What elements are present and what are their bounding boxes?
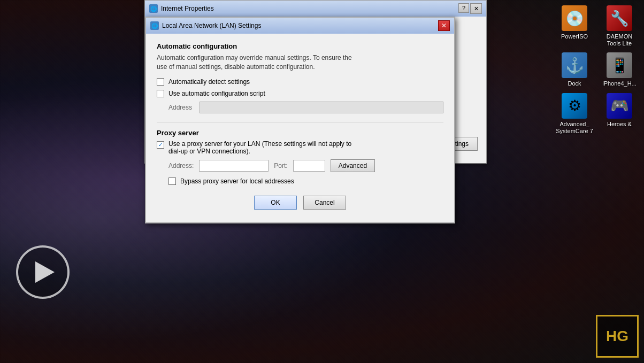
- desktop-icon-daemon[interactable]: 🔧 DAEMON Tools Lite: [600, 5, 639, 47]
- auto-config-header: Automatic configuration: [157, 42, 443, 50]
- ip-close-button[interactable]: ✕: [470, 3, 482, 14]
- advanced-icon: ⚙: [562, 93, 587, 119]
- play-button[interactable]: [16, 245, 70, 299]
- daemon-label: DAEMON Tools Lite: [600, 33, 639, 47]
- proxy-port-input[interactable]: [293, 160, 325, 172]
- dialog-buttons: OK Cancel: [157, 196, 443, 214]
- auto-script-row[interactable]: Use automatic configuration script: [157, 90, 443, 97]
- ip-title-text: Internet Properties: [161, 5, 214, 12]
- advanced-button[interactable]: Advanced: [331, 159, 375, 172]
- powriso-icon: 💿: [562, 5, 587, 31]
- desktop-icon-advanced[interactable]: ⚙ Advanced_ SystemCare 7: [555, 93, 594, 135]
- auto-address-label: Address: [168, 104, 195, 111]
- powriso-label: PowerISO: [561, 33, 588, 40]
- desktop-icon-powriso[interactable]: 💿 PowerISO: [555, 5, 594, 47]
- lan-title-icon: 🌐: [150, 21, 159, 30]
- lan-titlebar-left: 🌐 Local Area Network (LAN) Settings: [150, 21, 261, 30]
- ip-titlebar-left: 🌐 Internet Properties: [149, 4, 214, 13]
- desktop-background: 💿 PowerISO 🔧 DAEMON Tools Lite ⚓ Dock 📱 …: [0, 0, 644, 363]
- auto-address-input[interactable]: [200, 102, 443, 113]
- auto-address-row: Address: [168, 102, 443, 113]
- lan-titlebar: 🌐 Local Area Network (LAN) Settings ✕: [146, 18, 454, 34]
- hg-logo: HG: [596, 315, 639, 358]
- cancel-button[interactable]: Cancel: [303, 196, 346, 210]
- desktop-icon-row-1: 💿 PowerISO 🔧 DAEMON Tools Lite: [555, 5, 639, 47]
- proxy-server-header: Proxy server: [157, 129, 443, 137]
- desktop-icon-heroes[interactable]: 🎮 Heroes &: [600, 93, 639, 135]
- desktop-icon-row-3: ⚙ Advanced_ SystemCare 7 🎮 Heroes &: [555, 93, 639, 135]
- lan-content: Automatic configuration Automatic config…: [146, 34, 454, 222]
- proxy-addr-label: Address:: [168, 162, 194, 169]
- proxy-use-label: Use a proxy server for your LAN (These s…: [168, 140, 351, 155]
- auto-detect-label: Automatically detect settings: [168, 78, 250, 86]
- desktop-icon-iphone4h[interactable]: 📱 iPhone4_H...: [600, 52, 639, 87]
- proxy-use-checkbox[interactable]: [157, 141, 164, 149]
- proxy-use-row[interactable]: Use a proxy server for your LAN (These s…: [157, 140, 443, 155]
- lan-settings-dialog: 🌐 Local Area Network (LAN) Settings ✕ Au…: [145, 17, 455, 223]
- bypass-checkbox[interactable]: [168, 177, 176, 185]
- advanced-label: Advanced_ SystemCare 7: [555, 121, 594, 135]
- lan-title-text: Local Area Network (LAN) Settings: [162, 22, 261, 29]
- proxy-fields-row: Address: Port: Advanced: [168, 159, 443, 172]
- desktop-icon-dock[interactable]: ⚓ Dock: [555, 52, 594, 87]
- internet-properties-window[interactable]: 🌐 Internet Properties ? ✕ Local Area Net…: [144, 0, 487, 164]
- play-triangle-icon: [35, 261, 55, 283]
- ip-titlebar: 🌐 Internet Properties ? ✕: [145, 1, 486, 17]
- desktop-icons-area: 💿 PowerISO 🔧 DAEMON Tools Lite ⚓ Dock 📱 …: [555, 5, 639, 135]
- bypass-label: Bypass proxy server for local addresses: [180, 177, 294, 185]
- proxy-divider: [157, 122, 443, 122]
- iphone4h-icon: 📱: [607, 52, 632, 78]
- heroes-icon: 🎮: [607, 93, 632, 119]
- lan-close-button[interactable]: ✕: [438, 20, 450, 31]
- desktop-icon-row-2: ⚓ Dock 📱 iPhone4_H...: [555, 52, 639, 87]
- ip-title-icon: 🌐: [149, 4, 158, 13]
- iphone4h-label: iPhone4_H...: [602, 80, 637, 87]
- dock-label: Dock: [568, 80, 581, 87]
- auto-script-checkbox[interactable]: [157, 90, 164, 97]
- dock-icon: ⚓: [562, 52, 587, 78]
- heroes-label: Heroes &: [607, 121, 632, 128]
- auto-config-desc: Automatic configuration may override man…: [157, 53, 443, 72]
- ok-button[interactable]: OK: [254, 196, 297, 210]
- auto-detect-checkbox[interactable]: [157, 78, 164, 86]
- ip-help-button[interactable]: ?: [458, 3, 469, 13]
- ip-titlebar-buttons: ? ✕: [458, 3, 482, 14]
- proxy-addr-input[interactable]: [199, 160, 269, 172]
- auto-script-label: Use automatic configuration script: [168, 90, 265, 97]
- auto-detect-row[interactable]: Automatically detect settings: [157, 78, 443, 86]
- bypass-row[interactable]: Bypass proxy server for local addresses: [168, 177, 443, 185]
- proxy-port-label: Port:: [274, 162, 287, 169]
- daemon-icon: 🔧: [607, 5, 632, 31]
